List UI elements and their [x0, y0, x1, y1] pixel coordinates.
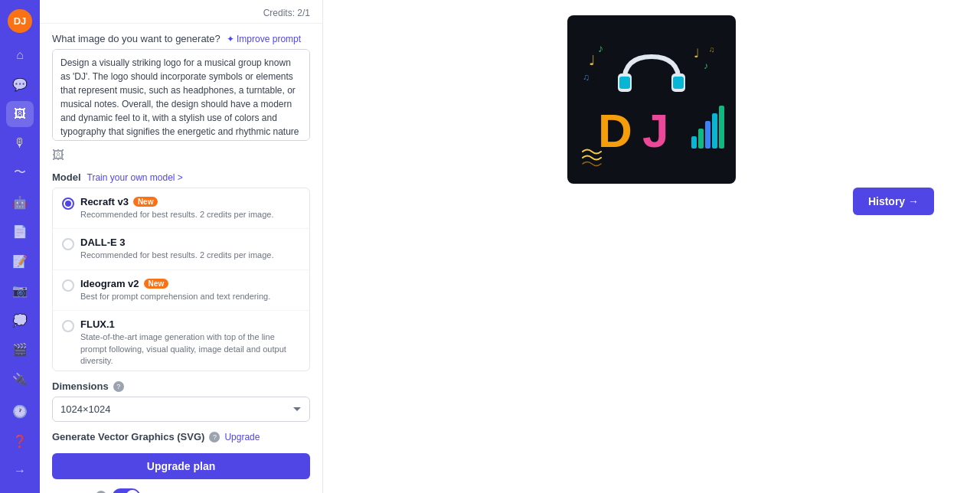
- model-info-ideogram-v2: Ideogram v2 New Best for prompt comprehe…: [80, 278, 300, 302]
- svg-text:♪: ♪: [704, 60, 708, 71]
- image-attach-icon[interactable]: 🖼: [52, 149, 310, 162]
- model-item-ideogram-v2[interactable]: Ideogram v2 New Best for prompt comprehe…: [53, 270, 309, 311]
- model-desc-recraft-v3: Recommended for best results. 2 credits …: [80, 209, 300, 220]
- model-item-recraft-v3[interactable]: Recraft v3 New Recommended for best resu…: [53, 188, 309, 229]
- dimensions-help-icon[interactable]: ?: [113, 381, 124, 392]
- model-info-flux-1: FLUX.1 State-of-the-art image generation…: [80, 318, 300, 367]
- model-info-recraft-v3: Recraft v3 New Recommended for best resu…: [80, 196, 300, 220]
- svg-rect-13: [691, 136, 697, 149]
- model-name-ideogram-v2: Ideogram v2: [80, 278, 139, 289]
- svg-text:J: J: [642, 104, 667, 157]
- model-name-row-ideogram-v2: Ideogram v2 New: [80, 278, 300, 289]
- model-label-text: Model: [52, 171, 81, 183]
- sidebar-item-home[interactable]: ⌂: [6, 42, 34, 68]
- svg-text:♩: ♩: [589, 53, 595, 68]
- improve-prompt-link[interactable]: ✦ Improve prompt: [227, 34, 301, 44]
- model-name-flux-1: FLUX.1: [80, 318, 115, 330]
- svg-upgrade-link[interactable]: Upgrade: [224, 432, 260, 442]
- prompt-textarea[interactable]: Design a visually striking logo for a mu…: [52, 49, 310, 141]
- model-name-dalle-3: DALL-E 3: [80, 237, 126, 248]
- svg-text:♫: ♫: [709, 45, 715, 54]
- svg-text:♪: ♪: [598, 42, 603, 54]
- svg-rect-10: [673, 77, 684, 89]
- generated-image: ♩ ♪ ♫ ♩ ♪ ♫: [567, 15, 736, 184]
- model-name-row-recraft-v3: Recraft v3 New: [80, 196, 300, 207]
- upgrade-plan-button[interactable]: Upgrade plan: [52, 453, 310, 479]
- model-section-label: Model Train your own model >: [52, 171, 310, 183]
- sidebar-item-mic[interactable]: 🎙: [6, 130, 34, 156]
- new-badge-ideogram-v2: New: [144, 279, 169, 289]
- svg-text:D: D: [598, 104, 631, 157]
- svg-rect-9: [619, 77, 630, 89]
- model-name-row-dalle-3: DALL-E 3: [80, 237, 300, 248]
- is-public-row: Is Public ?: [52, 488, 310, 493]
- sidebar-item-history[interactable]: 🕐: [6, 398, 34, 424]
- panel-header: Credits: 2/1: [40, 0, 322, 24]
- dimensions-label: Dimensions: [52, 380, 109, 392]
- radio-ideogram-v2[interactable]: [62, 279, 74, 292]
- model-name-row-flux-1: FLUX.1: [80, 318, 300, 330]
- sidebar-item-logout[interactable]: →: [6, 457, 34, 483]
- sidebar-item-robot[interactable]: 🤖: [6, 189, 34, 215]
- is-public-label: Is Public: [52, 491, 90, 494]
- model-item-dalle-3[interactable]: DALL-E 3 Recommended for best results. 2…: [53, 229, 309, 269]
- model-name-recraft-v3: Recraft v3: [80, 196, 129, 207]
- model-desc-ideogram-v2: Best for prompt comprehension and text r…: [80, 291, 300, 302]
- radio-flux-1[interactable]: [62, 320, 74, 332]
- model-desc-flux-1: State-of-the-art image generation with t…: [80, 331, 300, 367]
- sidebar-item-document[interactable]: 📄: [6, 219, 34, 245]
- model-desc-dalle-3: Recommended for best results. 2 credits …: [80, 250, 300, 261]
- dimensions-row: Dimensions ?: [52, 380, 310, 392]
- avatar: DJ: [8, 9, 32, 33]
- sidebar: DJ ⌂ 💬 🖼 🎙 〜 🤖 📄 📝 📷 💭 🎬 🔌 🕐 ❓ →: [0, 0, 40, 493]
- radio-dalle-3[interactable]: [62, 238, 74, 250]
- sidebar-item-plugin[interactable]: 🔌: [6, 366, 34, 392]
- right-panel: ♩ ♪ ♫ ♩ ♪ ♫: [323, 0, 980, 493]
- sidebar-item-camera[interactable]: 📷: [6, 278, 34, 304]
- main-content: Credits: 2/1 What image do you want to g…: [40, 0, 980, 493]
- sidebar-item-chat[interactable]: 💬: [6, 71, 34, 97]
- is-public-toggle[interactable]: [113, 488, 140, 493]
- svg-help-icon[interactable]: ?: [209, 432, 220, 442]
- train-model-link[interactable]: Train your own model >: [87, 172, 183, 183]
- dimensions-select[interactable]: 1024×1024 512×512 1024×512 512×1024 1280…: [52, 397, 310, 422]
- radio-recraft-v3[interactable]: [62, 198, 74, 210]
- svg-label: Generate Vector Graphics (SVG): [52, 431, 204, 442]
- svg-rect-17: [719, 106, 724, 149]
- dj-logo-svg: ♩ ♪ ♫ ♩ ♪ ♫: [575, 23, 728, 176]
- sidebar-item-image[interactable]: 🖼: [6, 101, 34, 127]
- sidebar-item-chat2[interactable]: 💭: [6, 307, 34, 333]
- model-info-dalle-3: DALL-E 3 Recommended for best results. 2…: [80, 237, 300, 261]
- sidebar-item-help[interactable]: ❓: [6, 428, 34, 454]
- credits-display: Credits: 2/1: [263, 8, 310, 18]
- prompt-label-text: What image do you want to generate?: [52, 33, 220, 44]
- svg-rect-15: [705, 121, 710, 149]
- model-item-flux-1[interactable]: FLUX.1 State-of-the-art image generation…: [53, 311, 309, 371]
- svg-rect-14: [698, 129, 704, 149]
- svg-row: Generate Vector Graphics (SVG) ? Upgrade: [52, 431, 310, 442]
- sidebar-item-video[interactable]: 🎬: [6, 337, 34, 363]
- model-list: Recraft v3 New Recommended for best resu…: [52, 188, 310, 371]
- new-badge-recraft-v3: New: [133, 197, 158, 207]
- toggle-thumb: [126, 490, 139, 493]
- prompt-label-row: What image do you want to generate? ✦ Im…: [52, 33, 310, 44]
- svg-rect-16: [712, 113, 717, 149]
- history-button[interactable]: History →: [853, 188, 934, 215]
- sidebar-item-waveform[interactable]: 〜: [6, 160, 34, 186]
- panel-content: What image do you want to generate? ✦ Im…: [40, 24, 322, 493]
- sidebar-item-notepad[interactable]: 📝: [6, 248, 34, 274]
- svg-text:♩: ♩: [694, 47, 700, 60]
- svg-text:♫: ♫: [583, 72, 590, 83]
- left-panel: Credits: 2/1 What image do you want to g…: [40, 0, 323, 493]
